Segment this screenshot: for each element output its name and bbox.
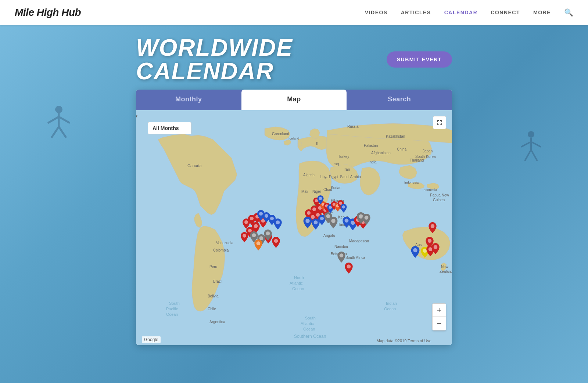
map-area: South Pacific Ocean North Atlantic Ocean… xyxy=(136,110,452,345)
svg-text:Papua New: Papua New xyxy=(430,193,449,197)
months-dropdown[interactable]: All MonthsJanuaryFebruaryMarchAprilMayJu… xyxy=(148,122,191,134)
svg-text:Mali: Mali xyxy=(301,189,308,194)
nav-more[interactable]: MORE xyxy=(533,10,551,15)
svg-text:Japan: Japan xyxy=(423,149,433,153)
svg-text:Tanzania: Tanzania xyxy=(338,223,353,227)
main-content: WORLDWIDE CALENDAR SUBMIT EVENT Monthly … xyxy=(0,25,588,345)
svg-text:Zealand: Zealand xyxy=(440,270,452,274)
zoom-out-button[interactable]: − xyxy=(433,317,446,330)
svg-text:South: South xyxy=(169,301,180,306)
svg-text:New: New xyxy=(441,265,449,269)
submit-event-button[interactable]: SUBMIT EVENT xyxy=(387,51,452,68)
svg-text:Venezuela: Venezuela xyxy=(216,241,233,245)
svg-text:Guinea: Guinea xyxy=(433,198,445,202)
svg-text:Brazil: Brazil xyxy=(213,279,222,283)
zoom-controls: + − xyxy=(432,303,446,330)
svg-text:Botswana: Botswana xyxy=(331,252,347,256)
world-map: South Pacific Ocean North Atlantic Ocean… xyxy=(136,110,452,345)
svg-text:Afghanistan: Afghanistan xyxy=(371,151,391,155)
main-nav: VIDEOS ARTICLES CALENDAR CONNECT MORE 🔍 xyxy=(365,8,573,17)
svg-text:Libya: Libya xyxy=(320,175,329,179)
svg-text:DRC: DRC xyxy=(325,210,333,214)
svg-text:Turkey: Turkey xyxy=(338,155,349,159)
site-logo: Mile High Hub xyxy=(15,7,81,18)
svg-text:Indonesia: Indonesia xyxy=(404,181,419,184)
svg-text:Canada: Canada xyxy=(187,163,202,168)
svg-text:Thailand: Thailand xyxy=(410,158,424,162)
svg-text:Egypt: Egypt xyxy=(329,175,338,179)
page-title: WORLDWIDE CALENDAR xyxy=(136,36,387,83)
svg-text:India: India xyxy=(369,160,377,164)
tab-map[interactable]: Map xyxy=(241,90,347,110)
svg-text:Pacific: Pacific xyxy=(166,307,178,311)
svg-text:Ocean: Ocean xyxy=(166,312,178,317)
tab-monthly[interactable]: Monthly xyxy=(136,90,241,110)
svg-text:Ocean: Ocean xyxy=(384,307,396,311)
svg-text:Indian: Indian xyxy=(386,301,397,306)
fullscreen-button[interactable] xyxy=(433,116,446,129)
header: Mile High Hub VIDEOS ARTICLES CALENDAR C… xyxy=(0,0,588,25)
svg-text:Niger: Niger xyxy=(312,189,322,194)
svg-text:Namibia: Namibia xyxy=(334,245,348,249)
nav-videos[interactable]: VIDEOS xyxy=(365,10,388,15)
svg-text:Southern Ocean: Southern Ocean xyxy=(294,334,326,339)
map-attribution-google: Google xyxy=(142,336,161,343)
svg-text:Madagascar: Madagascar xyxy=(349,239,370,243)
svg-text:Russia: Russia xyxy=(347,124,359,129)
svg-text:South Korea: South Korea xyxy=(415,155,436,159)
search-icon[interactable]: 🔍 xyxy=(564,8,573,17)
svg-text:Ocean: Ocean xyxy=(303,327,315,331)
nav-calendar[interactable]: CALENDAR xyxy=(444,10,478,15)
title-row: WORLDWIDE CALENDAR SUBMIT EVENT xyxy=(136,36,452,83)
svg-text:South Africa: South Africa xyxy=(345,256,365,260)
svg-text:Sudan: Sudan xyxy=(331,186,341,190)
zoom-in-button[interactable]: + xyxy=(433,304,446,317)
svg-text:Iraq: Iraq xyxy=(333,162,339,166)
svg-text:Nigeria: Nigeria xyxy=(312,204,324,208)
tabs: Monthly Map Search xyxy=(136,90,452,110)
svg-text:North: North xyxy=(294,275,304,280)
nav-articles[interactable]: ARTICLES xyxy=(401,10,431,15)
svg-text:Atlantic: Atlantic xyxy=(301,321,314,326)
svg-text:Peru: Peru xyxy=(209,265,217,269)
svg-text:Argentina: Argentina xyxy=(209,320,225,324)
tab-search[interactable]: Search xyxy=(347,90,452,110)
svg-text:Saudi Arabia: Saudi Arabia xyxy=(340,175,361,179)
svg-text:Bolivia: Bolivia xyxy=(208,294,219,298)
svg-text:Ethiopia: Ethiopia xyxy=(331,199,344,203)
svg-text:Ocean: Ocean xyxy=(292,286,304,291)
svg-text:Iran: Iran xyxy=(344,167,350,171)
svg-text:Iceland: Iceland xyxy=(288,137,299,140)
svg-text:Atlantic: Atlantic xyxy=(290,281,303,285)
calendar-container: Monthly Map Search South Pacific Ocean N… xyxy=(136,90,452,345)
nav-connect[interactable]: CONNECT xyxy=(491,10,520,15)
svg-text:South: South xyxy=(305,316,316,320)
svg-text:Colombia: Colombia xyxy=(213,248,229,252)
svg-text:Kenya: Kenya xyxy=(338,215,349,219)
svg-text:Kazakhstan: Kazakhstan xyxy=(386,134,405,138)
map-attribution-data: Map data ©2019 Terms of Use xyxy=(377,339,431,343)
svg-text:Aus: Aus xyxy=(415,243,422,247)
svg-text:Indonesia: Indonesia xyxy=(423,188,437,192)
svg-text:Greenland: Greenland xyxy=(272,132,289,136)
svg-text:K: K xyxy=(316,142,319,146)
svg-text:Chile: Chile xyxy=(208,307,216,311)
svg-text:Angola: Angola xyxy=(323,234,335,238)
svg-text:Algeria: Algeria xyxy=(303,173,315,177)
svg-text:China: China xyxy=(397,147,407,151)
svg-text:Pakistan: Pakistan xyxy=(364,144,378,148)
